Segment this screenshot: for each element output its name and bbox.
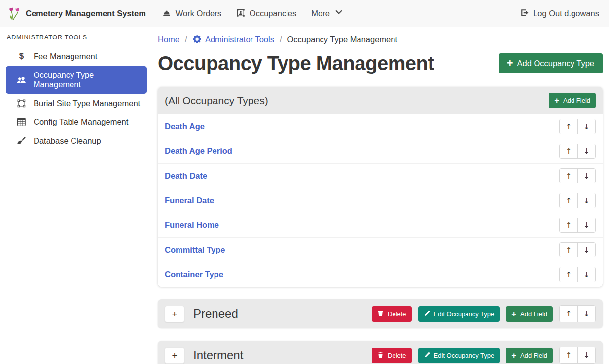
all-occupancy-types-card: (All Occupancy Types) + Add Field Death … <box>158 87 603 287</box>
reorder-button-group: ↑ ↓ <box>559 347 596 364</box>
field-row: Death Age ↑ ↓ <box>158 114 603 139</box>
move-down-button[interactable]: ↓ <box>577 144 595 158</box>
dollar-icon: $ <box>16 51 27 61</box>
delete-button[interactable]: Delete <box>372 348 412 363</box>
add-field-button[interactable]: + Add Field <box>549 93 596 108</box>
sidebar-item[interactable]: Occupancy Type Management <box>6 66 147 94</box>
pencil-icon <box>424 352 430 359</box>
pencil-icon <box>424 310 430 318</box>
field-link[interactable]: Death Age Period <box>165 146 232 156</box>
navbar-item-label: Occupancies <box>250 9 296 18</box>
gear-icon <box>193 35 201 44</box>
navbar: Cemetery Management System Work Orders O… <box>0 0 609 27</box>
reorder-button-group: ↑ ↓ <box>559 119 596 134</box>
navbar-item-label: More <box>311 9 330 18</box>
broom-icon <box>16 137 27 145</box>
field-row: Death Date ↑ ↓ <box>158 163 603 188</box>
all-types-card-header: (All Occupancy Types) + Add Field <box>158 87 603 114</box>
sidebar-item[interactable]: Burial Site Type Management <box>6 94 147 112</box>
sidebar-item-label: Fee Management <box>34 52 97 61</box>
app-title: Cemetery Management System <box>26 9 146 18</box>
reorder-button-group: ↑ ↓ <box>559 242 596 257</box>
sidebar-item-label: Burial Site Type Management <box>34 99 140 108</box>
field-link[interactable]: Funeral Date <box>165 196 214 205</box>
reorder-button-group: ↑ ↓ <box>559 144 596 159</box>
field-link[interactable]: Funeral Home <box>165 220 219 230</box>
move-down-button[interactable]: ↓ <box>577 267 595 282</box>
trash-icon <box>377 352 384 359</box>
move-up-button[interactable]: ↑ <box>560 144 577 158</box>
table-icon <box>16 118 27 126</box>
reorder-button-group: ↑ ↓ <box>559 193 596 208</box>
delete-button[interactable]: Delete <box>372 306 412 322</box>
move-down-button[interactable]: ↓ <box>577 306 595 322</box>
add-occupancy-type-label: Add Occupancy Type <box>517 59 594 68</box>
occupancy-type-section: + Interment Delete Edit Occupancy Type +… <box>158 341 603 364</box>
navbar-item[interactable]: Occupancies <box>229 4 304 22</box>
logout-label: Log Out d.gowans <box>533 9 599 18</box>
edit-occupancy-type-button[interactable]: Edit Occupancy Type <box>418 306 500 322</box>
add-field-button[interactable]: + Add Field <box>506 306 553 322</box>
sidebar-item-label: Config Table Management <box>34 117 128 127</box>
field-link[interactable]: Death Age <box>165 122 205 131</box>
breadcrumb-current: Occupancy Type Management <box>287 35 398 44</box>
page-header: Occupancy Type Management + Add Occupanc… <box>158 52 603 74</box>
field-link[interactable]: Death Date <box>165 171 207 181</box>
field-row: Death Age Period ↑ ↓ <box>158 139 603 163</box>
edit-occupancy-type-button[interactable]: Edit Occupancy Type <box>418 348 500 363</box>
frame-user-icon <box>236 8 245 18</box>
breadcrumb-admin-tools-link[interactable]: Administrator Tools <box>193 35 274 44</box>
chevron-down-icon <box>334 8 343 18</box>
users-icon <box>16 76 27 84</box>
plus-icon: + <box>554 97 559 104</box>
add-occupancy-type-button[interactable]: + Add Occupancy Type <box>499 53 603 73</box>
add-field-button[interactable]: + Add Field <box>506 348 553 363</box>
vector-square-icon <box>16 99 27 108</box>
move-down-button[interactable]: ↓ <box>577 119 595 134</box>
breadcrumb-separator: / <box>280 35 282 44</box>
add-field-label: Add Field <box>520 352 547 359</box>
sidebar-item[interactable]: Database Cleanup <box>6 132 147 150</box>
trash-icon <box>377 310 384 318</box>
tulip-logo-icon <box>8 4 21 22</box>
field-link[interactable]: Container Type <box>165 270 223 279</box>
logout-icon <box>520 8 529 18</box>
navbar-menu: Work Orders Occupancies More <box>155 4 351 22</box>
move-down-button[interactable]: ↓ <box>577 347 595 363</box>
hard-hat-icon <box>162 8 171 18</box>
move-down-button[interactable]: ↓ <box>577 169 595 183</box>
delete-label: Delete <box>388 352 406 359</box>
plus-icon: + <box>511 352 516 359</box>
plus-icon: + <box>507 59 513 68</box>
sidebar-item[interactable]: Config Table Management <box>6 113 147 131</box>
logout-button[interactable]: Log Out d.gowans <box>518 4 601 22</box>
app-brand[interactable]: Cemetery Management System <box>8 4 146 22</box>
navbar-item[interactable]: More <box>304 4 350 22</box>
field-list: Death Age ↑ ↓ Death Age Period ↑ ↓ Death… <box>158 114 603 287</box>
move-up-button[interactable]: ↑ <box>560 347 577 363</box>
move-down-button[interactable]: ↓ <box>577 218 595 232</box>
move-up-button[interactable]: ↑ <box>560 267 577 282</box>
move-down-button[interactable]: ↓ <box>577 243 595 257</box>
expand-section-button[interactable]: + <box>165 306 184 322</box>
move-up-button[interactable]: ↑ <box>560 306 577 322</box>
move-up-button[interactable]: ↑ <box>560 243 577 257</box>
move-up-button[interactable]: ↑ <box>560 218 577 232</box>
move-up-button[interactable]: ↑ <box>560 119 577 134</box>
field-link[interactable]: Committal Type <box>165 245 225 255</box>
occupancy-type-section: + Preneed Delete Edit Occupancy Type + A… <box>158 299 603 328</box>
breadcrumb-home-link[interactable]: Home <box>158 35 179 44</box>
breadcrumb: Home / Administrator Tools / Occupancy T… <box>158 35 603 44</box>
sidebar-item[interactable]: $ Fee Management <box>6 47 147 66</box>
page-title: Occupancy Type Management <box>158 52 434 74</box>
field-row: Committal Type ↑ ↓ <box>158 237 603 262</box>
navbar-item[interactable]: Work Orders <box>155 4 229 22</box>
move-up-button[interactable]: ↑ <box>560 193 577 208</box>
expand-section-button[interactable]: + <box>165 347 184 364</box>
plus-icon: + <box>511 311 516 318</box>
section-actions: Delete Edit Occupancy Type + Add Field ↑… <box>372 305 596 322</box>
sidebar-heading: ADMINISTRATOR TOOLS <box>7 34 147 41</box>
move-up-button[interactable]: ↑ <box>560 169 577 183</box>
move-down-button[interactable]: ↓ <box>577 193 595 208</box>
sidebar-item-label: Occupancy Type Management <box>34 71 142 89</box>
